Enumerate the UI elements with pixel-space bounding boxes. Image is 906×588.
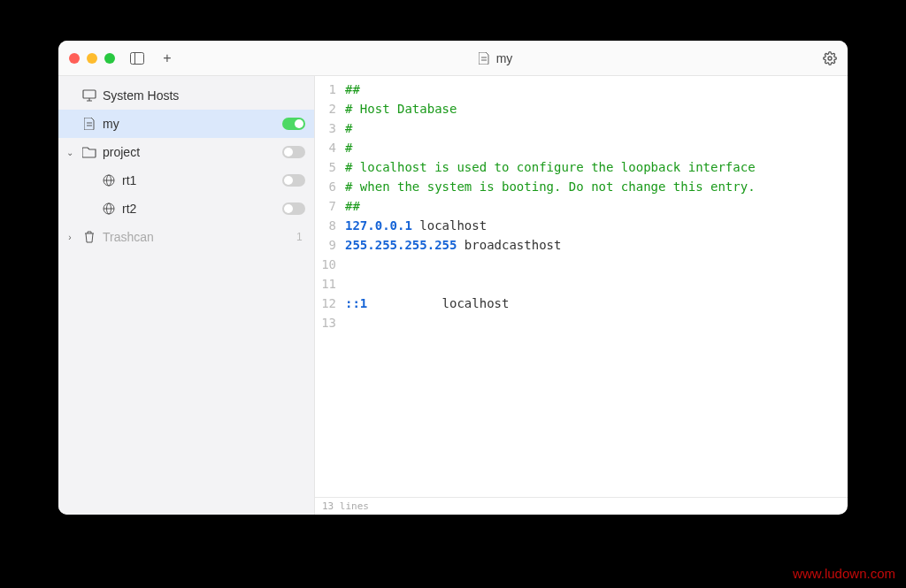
- sidebar-item-rt1[interactable]: rt1: [58, 166, 314, 195]
- trash-count: 1: [296, 231, 305, 243]
- close-button[interactable]: [69, 53, 80, 64]
- code-line[interactable]: 7##: [315, 196, 848, 216]
- file-icon: [81, 116, 97, 132]
- window-controls: [69, 53, 115, 64]
- window-title: my: [496, 51, 513, 65]
- globe-icon: [101, 201, 117, 217]
- svg-point-4: [828, 57, 832, 60]
- monitor-icon: [81, 88, 97, 103]
- sidebar-item-label: rt2: [122, 202, 277, 216]
- sidebar-item-rt2[interactable]: rt2: [58, 195, 314, 223]
- line-number: 2: [315, 99, 345, 118]
- code-line[interactable]: 2# Host Database: [315, 99, 848, 118]
- line-content: ##: [345, 80, 360, 99]
- code-line[interactable]: 12::1 localhost: [315, 294, 848, 313]
- code-line[interactable]: 11: [315, 274, 848, 294]
- line-number: 4: [315, 138, 345, 157]
- toggle-my[interactable]: [282, 118, 305, 130]
- line-number: 5: [315, 157, 345, 177]
- app-window: + my System Hosts my: [58, 41, 848, 515]
- sidebar-item-label: System Hosts: [103, 88, 305, 103]
- line-content: 255.255.255.255 broadcasthost: [345, 235, 561, 255]
- code-line[interactable]: 6# when the system is booting. Do not ch…: [315, 177, 848, 196]
- code-editor[interactable]: 1##2# Host Database3#4#5# localhost is u…: [315, 76, 848, 497]
- line-content: # when the system is booting. Do not cha…: [345, 177, 756, 196]
- code-line[interactable]: 3#: [315, 118, 848, 138]
- file-icon: [479, 52, 491, 65]
- code-line[interactable]: 1##: [315, 80, 848, 99]
- toggle-rt1[interactable]: [282, 174, 305, 187]
- chevron-down-icon[interactable]: ⌄: [64, 148, 76, 157]
- sidebar: System Hosts my ⌄ project: [58, 76, 315, 515]
- sidebar-item-project[interactable]: ⌄ project: [58, 138, 314, 166]
- add-button[interactable]: +: [159, 50, 175, 66]
- sidebar-item-label: Trashcan: [103, 230, 291, 244]
- toggle-project[interactable]: [282, 146, 305, 158]
- code-line[interactable]: 13: [315, 313, 848, 332]
- line-number: 9: [315, 235, 345, 255]
- line-number: 1: [315, 80, 345, 99]
- line-number: 12: [315, 294, 345, 313]
- status-bar: 13 lines: [315, 497, 848, 515]
- trash-icon: [81, 229, 97, 245]
- line-number: 8: [315, 216, 345, 235]
- titlebar: + my: [58, 41, 848, 76]
- sidebar-item-label: project: [103, 145, 277, 159]
- code-line[interactable]: 9255.255.255.255 broadcasthost: [315, 235, 848, 255]
- sidebar-item-label: my: [103, 117, 277, 131]
- globe-icon: [101, 172, 117, 188]
- sidebar-item-label: rt1: [122, 173, 277, 187]
- line-number: 7: [315, 196, 345, 216]
- title-center: my: [175, 51, 816, 65]
- svg-rect-5: [83, 90, 96, 98]
- sidebar-item-system-hosts[interactable]: System Hosts: [58, 81, 314, 110]
- line-content: ::1 localhost: [345, 294, 509, 313]
- code-line[interactable]: 10: [315, 255, 848, 274]
- toggle-rt2[interactable]: [282, 202, 305, 215]
- sidebar-item-my[interactable]: my: [58, 110, 314, 138]
- minimize-button[interactable]: [87, 53, 97, 64]
- folder-icon: [81, 144, 97, 160]
- line-number: 3: [315, 118, 345, 138]
- chevron-right-icon[interactable]: ›: [64, 233, 76, 242]
- code-line[interactable]: 8127.0.0.1 localhost: [315, 216, 848, 235]
- zoom-button[interactable]: [104, 53, 115, 64]
- editor-pane: 1##2# Host Database3#4#5# localhost is u…: [315, 76, 848, 515]
- line-content: #: [345, 138, 352, 157]
- sidebar-toggle-icon[interactable]: [129, 50, 145, 66]
- code-line[interactable]: 5# localhost is used to configure the lo…: [315, 157, 848, 177]
- line-content: # localhost is used to configure the loo…: [345, 157, 756, 177]
- app-body: System Hosts my ⌄ project: [58, 76, 848, 515]
- settings-button[interactable]: [823, 51, 837, 65]
- line-content: #: [345, 118, 352, 138]
- line-content: 127.0.0.1 localhost: [345, 216, 487, 235]
- line-number: 13: [315, 313, 345, 332]
- line-number: 10: [315, 255, 345, 274]
- status-line-count: 13 lines: [322, 500, 369, 512]
- line-content: ##: [345, 196, 360, 216]
- code-line[interactable]: 4#: [315, 138, 848, 157]
- line-number: 6: [315, 177, 345, 196]
- line-number: 11: [315, 274, 345, 294]
- line-content: # Host Database: [345, 99, 457, 118]
- sidebar-item-trashcan[interactable]: › Trashcan 1: [58, 223, 314, 251]
- svg-rect-0: [131, 52, 144, 64]
- watermark: www.ludown.com: [793, 566, 895, 581]
